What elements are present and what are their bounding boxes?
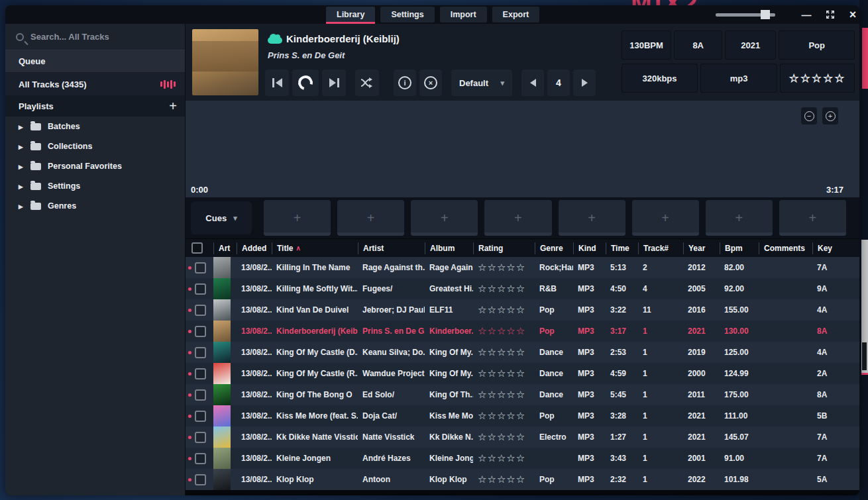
column-header[interactable]: Artist <box>358 242 425 254</box>
slider-thumb[interactable] <box>761 10 770 19</box>
select-all-checkbox[interactable] <box>191 242 203 254</box>
close-button[interactable]: × <box>845 8 859 21</box>
caret-right-icon[interactable]: ▸ <box>19 201 25 211</box>
cell-art <box>213 363 237 384</box>
column-header[interactable]: Bpm <box>720 242 759 254</box>
ui-scale-slider[interactable] <box>716 13 775 17</box>
caret-right-icon[interactable]: ▸ <box>19 162 25 172</box>
cue-slot[interactable]: + <box>632 200 699 236</box>
tab-import[interactable]: Import <box>440 7 487 23</box>
cell-rating[interactable]: ☆☆☆☆☆ <box>473 431 535 443</box>
cell-rating[interactable]: ☆☆☆☆☆ <box>473 389 535 401</box>
cue-slot[interactable]: + <box>337 200 404 236</box>
row-select-cell <box>186 469 213 490</box>
waveform-panel[interactable]: − + 0:00 3:17 <box>186 101 859 197</box>
column-header[interactable]: Title∧ <box>272 242 358 254</box>
tab-export[interactable]: Export <box>492 7 540 23</box>
cell-rating[interactable]: ☆☆☆☆☆ <box>473 325 535 337</box>
clear-player-button[interactable]: × <box>419 70 442 96</box>
tab-library[interactable]: Library <box>326 7 375 23</box>
maximize-button[interactable] <box>823 8 838 21</box>
tab-settings[interactable]: Settings <box>380 7 434 23</box>
column-header[interactable]: Year <box>683 242 720 254</box>
previous-track-button[interactable] <box>265 70 289 96</box>
track-info-button[interactable]: i <box>394 70 416 96</box>
cell-rating[interactable]: ☆☆☆☆☆ <box>473 474 535 485</box>
cell-rating[interactable]: ☆☆☆☆☆ <box>473 368 535 379</box>
row-checkbox[interactable] <box>195 305 206 316</box>
cell-rating[interactable]: ☆☆☆☆☆ <box>473 304 535 316</box>
sidebar-playlist-folder[interactable]: ▸Settings <box>5 176 185 196</box>
row-checkbox[interactable] <box>195 262 206 274</box>
column-label: Key <box>818 244 832 253</box>
row-checkbox[interactable] <box>195 283 206 295</box>
column-header[interactable]: Rating <box>473 242 535 254</box>
next-track-button[interactable] <box>322 70 346 96</box>
search-input[interactable]: Search... All Tracks <box>5 24 185 50</box>
table-row[interactable]: 13/08/2...Kk Dikke Natte VisstickNatte V… <box>186 426 859 448</box>
cue-slot[interactable]: + <box>484 200 551 236</box>
column-header[interactable]: Kind <box>573 242 606 254</box>
minimize-button[interactable]: — <box>799 8 814 21</box>
caret-right-icon[interactable]: ▸ <box>19 142 25 152</box>
table-row[interactable]: 13/08/2...Kleine JongenAndré HazesKleine… <box>186 448 859 469</box>
add-playlist-button[interactable]: + <box>169 99 177 113</box>
row-checkbox[interactable] <box>195 368 206 379</box>
caret-right-icon[interactable]: ▸ <box>19 181 25 191</box>
cell-rating[interactable]: ☆☆☆☆☆ <box>473 452 535 464</box>
waveform-zoom-in-button[interactable]: + <box>822 107 838 125</box>
page-next-button[interactable] <box>573 70 596 96</box>
row-checkbox[interactable] <box>195 474 206 485</box>
table-row[interactable]: 13/08/2...Kind Van De DuivelJebroer; DJ … <box>186 299 859 321</box>
column-header[interactable]: Comments <box>759 242 812 254</box>
cell-rating[interactable]: ☆☆☆☆☆ <box>473 283 535 295</box>
row-checkbox[interactable] <box>195 389 206 401</box>
cell-rating[interactable]: ☆☆☆☆☆ <box>473 410 535 422</box>
rating-stars[interactable]: ☆☆☆☆☆ <box>780 64 855 93</box>
row-checkbox[interactable] <box>195 453 206 464</box>
caret-right-icon[interactable]: ▸ <box>19 122 25 132</box>
column-header[interactable]: Key <box>812 242 859 254</box>
sidebar-item-queue[interactable]: Queue <box>5 50 185 73</box>
column-header[interactable]: Art <box>213 242 237 254</box>
table-row[interactable]: 13/08/2...King Of The Bong OEd Solo/King… <box>186 384 859 405</box>
column-header[interactable]: Track# <box>638 242 683 254</box>
column-header[interactable]: Genre <box>535 242 573 254</box>
cue-slot[interactable]: + <box>264 200 331 236</box>
table-row[interactable]: 13/08/2...Kinderboerderij (Keibl...Prins… <box>186 321 859 342</box>
cue-slot[interactable]: + <box>779 200 846 236</box>
page-previous-button[interactable] <box>521 70 544 96</box>
table-row[interactable]: 13/08/2...Klop KlopAntoonKlop Klop☆☆☆☆☆P… <box>186 469 859 490</box>
table-row[interactable]: 13/08/2...Killing Me Softly Wit...Fugees… <box>186 278 859 299</box>
column-header[interactable]: Added <box>237 242 272 254</box>
column-header[interactable]: Album <box>425 242 473 254</box>
table-row[interactable]: 13/08/2...King Of My Castle (D...Keanu S… <box>186 342 859 363</box>
waveform-zoom-out-button[interactable]: − <box>801 107 817 125</box>
sidebar-playlist-folder[interactable]: ▸Batches <box>5 117 185 136</box>
cue-slot[interactable]: + <box>411 200 478 236</box>
row-checkbox[interactable] <box>195 347 206 358</box>
folder-label: Personal Favorites <box>48 162 122 171</box>
cell-rating[interactable]: ☆☆☆☆☆ <box>473 262 535 274</box>
table-row[interactable]: 13/08/2...King Of My Castle (R...Wamdue … <box>186 363 859 384</box>
table-row[interactable]: 13/08/2...Killing In The NameRage Agains… <box>186 257 859 278</box>
cue-slot[interactable]: + <box>559 200 625 236</box>
shuffle-button[interactable] <box>355 70 379 96</box>
cues-dropdown[interactable]: Cues ▾ <box>191 201 252 234</box>
sidebar-playlist-folder[interactable]: ▸Genres <box>5 196 185 216</box>
cell-rating[interactable]: ☆☆☆☆☆ <box>473 346 535 358</box>
sidebar-playlist-folder[interactable]: ▸Personal Favorites <box>5 156 185 176</box>
preset-dropdown[interactable]: Default ▾ <box>451 70 512 96</box>
sidebar-playlist-folder[interactable]: ▸Collections <box>5 136 185 156</box>
horizontal-scrollbar[interactable] <box>186 490 859 495</box>
wallpaper-dark-fragment <box>862 342 867 370</box>
cue-slot[interactable]: + <box>706 200 773 236</box>
sidebar-item-all-tracks[interactable]: All Tracks (3435) <box>5 73 185 95</box>
row-checkbox[interactable] <box>195 411 206 422</box>
row-checkbox[interactable] <box>195 432 206 443</box>
table-row[interactable]: 13/08/2...Kiss Me More (feat. S...Doja C… <box>186 405 859 426</box>
column-header[interactable]: Time <box>606 242 638 254</box>
play-loading-button[interactable] <box>292 70 319 96</box>
sidebar-section-playlists[interactable]: Playlists + <box>5 95 185 117</box>
row-checkbox[interactable] <box>195 326 206 337</box>
